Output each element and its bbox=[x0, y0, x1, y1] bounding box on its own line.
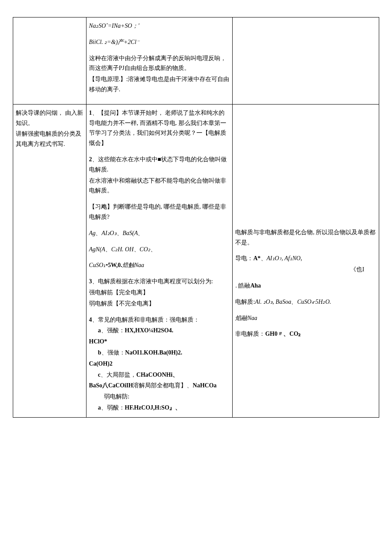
paragraph: 2、这些能在水在水中或中■状态下导电的化合物叫做电解质. bbox=[89, 154, 230, 175]
text: 、这些能在水在水中或中■状态下导电的化合物叫做电解质. bbox=[89, 156, 227, 173]
text: CuSO₁• bbox=[89, 262, 108, 268]
text: NaOI1.KOH.Ba(0H)2. bbox=[125, 349, 182, 356]
paragraph: 【习飑】判断哪些是导电的, 哪些是电解质, 哪些是非电解质? bbox=[89, 202, 230, 222]
cell-r2-c1: 解决导课的问烟， 由入新知识。 讲解强蜜电解质的分类及其电离方程式书写. bbox=[13, 104, 86, 417]
paragraph: c、大局部盐，CHaCOONHi、 bbox=[89, 370, 230, 380]
cell-r1-c3 bbox=[233, 17, 379, 105]
formula: CuSO₁•5W,0.焙触Naa bbox=[89, 260, 230, 270]
paragraph: 《也I bbox=[235, 264, 376, 275]
formula: Ag、AI₂O₃、BaS(A、 bbox=[89, 228, 230, 238]
paragraph: 1、【提问】本节课开始时， 老师说了盐水和纯水的导电能力并不一样, 而酒精不导电… bbox=[89, 108, 230, 148]
paragraph: a、弱酸：HF.HzCOJ,H:SO』、 bbox=[89, 403, 230, 413]
paragraph: 电解质:Al. ₂O₃, BaSoa、CuSO₄·5H₂O. bbox=[235, 297, 376, 307]
paragraph: . 皓融Aha bbox=[235, 281, 376, 291]
text: NaHCOa bbox=[193, 382, 216, 389]
text: 溶解局部全都电育】、 bbox=[133, 382, 193, 389]
paragraph: 4、常见的电解质和非电解质：强电解质： bbox=[89, 315, 230, 325]
lesson-plan-table: Na₂SOˆ=INa+SO；' BiiCl. ₂=&)产+2Cl⁻ 这种在溶液中… bbox=[13, 17, 379, 418]
paragraph: 在水溶液中和熔融状态下都不能导电的化合物叫做非电解质。 bbox=[89, 176, 230, 196]
item-number: 1 bbox=[89, 110, 92, 116]
text: 非电解质： bbox=[235, 331, 265, 337]
table-row: Na₂SOˆ=INa+SO；' BiiCl. ₂=&)产+2Cl⁻ 这种在溶液中… bbox=[13, 17, 379, 105]
text: 、电解质根据在水溶液中电离程度可以划分为: bbox=[92, 278, 213, 285]
paragraph: 这种在溶液中由分子分解成离子的反响叫电理反响，而这些离子PJ自由组合形成新的物质… bbox=[89, 53, 230, 74]
text: 电解质: bbox=[235, 299, 255, 305]
item-letter: b bbox=[98, 349, 101, 356]
text: 、弱酸： bbox=[101, 404, 125, 411]
item-letter: a bbox=[98, 404, 101, 411]
text: GH0〃、CO₂ bbox=[265, 331, 301, 337]
text: Aha bbox=[250, 282, 261, 289]
text: CHaCOONHi、 bbox=[136, 372, 179, 378]
paragraph: 强电解筋【完全电离】 bbox=[89, 288, 230, 298]
item-letter: a bbox=[98, 327, 101, 334]
paragraph: 电解质与非电解质都是化合物, 所以混合物以及单质都不是。 bbox=[235, 227, 376, 248]
equation: BiiCl. ₂=&)产+2Cl⁻ bbox=[89, 37, 230, 47]
text: 、强做： bbox=[101, 349, 125, 356]
text: 、强酸： bbox=[101, 327, 125, 334]
cell-r2-c2: 1、【提问】本节课开始时， 老师说了盐水和纯水的导电能力并不一样, 而酒精不导电… bbox=[86, 104, 233, 417]
table-row: 解决导课的问烟， 由入新知识。 讲解强蜜电解质的分类及其电离方程式书写. 1、【… bbox=[13, 104, 379, 417]
paragraph: 焰融Naa bbox=[235, 313, 376, 323]
text: 、常见的电解质和非电解质：强电解质： bbox=[92, 317, 199, 323]
item-number: 2 bbox=[89, 156, 92, 163]
text: 、【提问】本节课开始时， 老师说了盐水和纯水的导电能力并不一样, 而酒精不导电.… bbox=[89, 110, 226, 146]
paragraph: HClO* bbox=[89, 337, 230, 347]
cell-r1-c2: Na₂SOˆ=INa+SO；' BiiCl. ₂=&)产+2Cl⁻ 这种在溶液中… bbox=[86, 17, 233, 105]
paragraph: 导电：A*、AI₁O₇, Af₁NO, bbox=[235, 253, 376, 264]
paragraph: BaSo八CaCOiIH溶解局部全都电育】、NaHCOa bbox=[89, 381, 230, 391]
paragraph: Ca(OH)2 bbox=[89, 359, 230, 369]
paragraph: 非电解质：GH0〃、CO₂ bbox=[235, 329, 376, 339]
text: HX,HXO¼H2SO4. bbox=[125, 327, 173, 334]
text: A* bbox=[253, 255, 260, 262]
paragraph: b、强做：NaOI1.KOH.Ba(0H)2. bbox=[89, 348, 230, 358]
paragraph: 讲解强蜜电解质的分类及其电离方程式书写. bbox=[16, 129, 84, 149]
text: 导电： bbox=[235, 255, 253, 262]
text: 《也I bbox=[350, 266, 364, 273]
text: 、大局部盐， bbox=[101, 372, 136, 378]
text: Al. ₂O₃, BaSoa、CuSO₄·5H₂O. bbox=[255, 299, 331, 305]
text: 焙触Naa bbox=[122, 262, 144, 268]
item-number: 4 bbox=[89, 317, 92, 323]
paragraph: 3、电解质根据在水溶液中电离程度可以划分为: bbox=[89, 276, 230, 287]
item-number: 3 bbox=[89, 278, 92, 285]
equation: Na₂SOˆ=INa+SO；' bbox=[89, 21, 230, 31]
text: . 皓融 bbox=[235, 282, 250, 289]
text: 、AI₁O₇, Af₁NO, bbox=[261, 255, 302, 262]
formula: AgN(A、C₂H. OH、CO₂、 bbox=[89, 244, 230, 255]
paragraph: a、强酸：HX,HXO¼H2SO4. bbox=[89, 325, 230, 336]
text: HF.HzCOJ,H:SO』、 bbox=[125, 404, 182, 411]
paragraph: 【导电原理.】:溶液傩导电也是由干涔液中存在可自由移动的离子. bbox=[89, 74, 230, 95]
cell-r1-c1 bbox=[13, 17, 86, 105]
text: 5W,0. bbox=[108, 262, 122, 268]
text: BaSo八CaCOiIH bbox=[89, 382, 133, 389]
paragraph: 解决导课的问烟， 由入新知识。 bbox=[16, 108, 84, 128]
cell-r2-c3: 电解质与非电解质都是化合物, 所以混合物以及单质都不是。 导电：A*、AI₁O₇… bbox=[233, 104, 379, 417]
paragraph: 弱电解质【不完全电离】 bbox=[89, 299, 230, 309]
paragraph: 弱电解防: bbox=[89, 392, 230, 402]
